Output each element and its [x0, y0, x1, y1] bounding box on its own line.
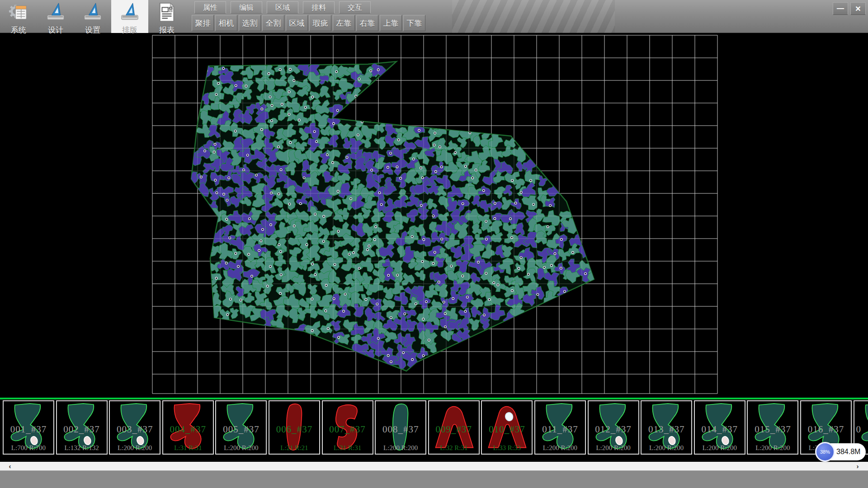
tool-align-bottom[interactable]: 下靠 [403, 15, 425, 31]
piece-lr-label: L:700 R:700 [4, 444, 53, 452]
piece-id-label: 005_#37 [216, 424, 266, 435]
horizontal-scrollbar[interactable]: ‹ › [0, 462, 868, 470]
piece-id-label: 007_#37 [323, 424, 373, 435]
piece-thumbnail[interactable]: 008_#37L:200 R:200 [375, 400, 426, 455]
piece-id-label: 0 [854, 424, 868, 435]
piece-lr-label: L:21 R:21 [269, 444, 319, 452]
nesting-canvas[interactable] [0, 33, 868, 398]
ruler-icon [45, 2, 66, 24]
tool-region[interactable]: 区域 [286, 15, 308, 31]
piece-thumbnail[interactable]: 012_#37L:200 R:200 [588, 400, 639, 455]
piece-lr-label: L:31 R:31 [323, 444, 373, 452]
piece-id-label: 004_#37 [163, 424, 213, 435]
piece-lr-label: L:200 R:200 [535, 444, 585, 452]
memory-usage-badge[interactable]: 38% 384.8M [816, 443, 866, 460]
menu-region[interactable]: 区域 [267, 1, 298, 14]
toolbar-label: 系统 [11, 25, 26, 35]
piece-id-label: 003_#37 [110, 424, 160, 435]
window-controls: — ✕ [833, 2, 866, 15]
tool-strip: 聚排相机选割全割区域瑕疵左靠右靠上靠下靠 [192, 15, 425, 31]
piece-lr-label: L:200 R:200 [589, 444, 638, 452]
tool-camera[interactable]: 相机 [215, 15, 237, 31]
piece-id-label: 013_#37 [642, 424, 691, 435]
piece-id-label: 014_#37 [695, 424, 745, 435]
menu-bar: 属性编辑区域排料交互 [194, 1, 371, 14]
ruler-icon [82, 2, 103, 24]
piece-thumbnail[interactable]: 003_#37L:200 R:200 [109, 400, 160, 455]
menu-nesting[interactable]: 排料 [303, 1, 335, 14]
tool-align-left[interactable]: 左靠 [333, 15, 355, 31]
menu-interact[interactable]: 交互 [339, 1, 371, 14]
toolbar-design[interactable]: 设计 [37, 0, 74, 33]
report-icon [156, 2, 177, 24]
toolbar-label: 设计 [48, 25, 63, 35]
piece-thumbnail[interactable]: 009_#37L:32 R:31 [428, 400, 480, 455]
cpu-percent-indicator: 38% [815, 442, 835, 462]
tool-cluster-nest[interactable]: 聚排 [192, 15, 214, 31]
piece-thumbnail[interactable]: 013_#37L:200 R:200 [641, 400, 692, 455]
piece-id-label: 011_#37 [535, 424, 585, 435]
piece-thumbnail[interactable]: 002_#37L:132 R:132 [56, 400, 108, 455]
tool-align-right[interactable]: 右靠 [356, 15, 378, 31]
piece-id-label: 009_#37 [429, 424, 479, 435]
toolbar-system[interactable]: 系统 [0, 0, 37, 33]
piece-id-label: 001_#37 [4, 424, 53, 435]
toolbar-label: 设置 [85, 25, 100, 35]
piece-lr-label: L:200 R:200 [642, 444, 691, 452]
tool-cut-all[interactable]: 全割 [262, 15, 284, 31]
toolbar-label: 排版 [122, 25, 137, 35]
piece-lr-label: L:132 R:132 [57, 444, 107, 452]
piece-id-label: 010_#37 [482, 424, 532, 435]
piece-id-label: 016_#37 [801, 424, 851, 435]
toolbar-layout[interactable]: 排版 [111, 0, 148, 33]
piece-lr-label: L:200 R:200 [376, 444, 425, 452]
piece-id-label: 015_#37 [748, 424, 797, 435]
title-bar: 系统设计设置排版报表 属性编辑区域排料交互 聚排相机选割全割区域瑕疵左靠右靠上靠… [0, 0, 868, 33]
piece-thumbnail[interactable]: 007_#37L:31 R:31 [322, 400, 373, 455]
piece-thumbnail[interactable]: 010_#37L:33 R:33 [481, 400, 533, 455]
memory-value: 384.8M [836, 448, 860, 456]
toolbar-label: 报表 [159, 25, 175, 35]
piece-lr-label: L:32 R:31 [429, 444, 479, 452]
titlebar-decoration [452, 0, 615, 33]
piece-lr-label: L:200 R:200 [110, 444, 160, 452]
piece-thumbnail-strip: 001_#37L:700 R:700 002_#37L:132 R:132 00… [0, 398, 868, 456]
piece-thumbnail[interactable]: 004_#37L:31 R:31 [162, 400, 214, 455]
menu-properties[interactable]: 属性 [194, 1, 226, 14]
piece-thumbnail[interactable]: 005_#37L:200 R:200 [215, 400, 267, 455]
piece-id-label: 006_#37 [269, 424, 319, 435]
piece-lr-label: L:200 R:200 [748, 444, 797, 452]
system-icon [8, 2, 29, 24]
menu-edit[interactable]: 编辑 [231, 1, 262, 14]
tool-select-cut[interactable]: 选割 [239, 15, 261, 31]
piece-id-label: 012_#37 [589, 424, 638, 435]
close-button[interactable]: ✕ [850, 2, 866, 15]
piece-thumbnail[interactable]: 011_#37L:200 R:200 [534, 400, 586, 455]
scroll-right-arrow-icon[interactable]: › [851, 462, 864, 470]
piece-lr-label: L:200 R:200 [695, 444, 745, 452]
piece-lr-label: L:200 R:200 [216, 444, 266, 452]
status-bar [0, 470, 868, 488]
piece-thumbnail[interactable]: 015_#37L:200 R:200 [747, 400, 798, 455]
piece-lr-label: L:31 R:31 [163, 444, 213, 452]
toolbar-report[interactable]: 报表 [148, 0, 185, 33]
piece-id-label: 002_#37 [57, 424, 107, 435]
tool-align-top[interactable]: 上靠 [380, 15, 402, 31]
piece-thumbnail[interactable]: 006_#37L:21 R:21 [269, 400, 320, 455]
scroll-left-arrow-icon[interactable]: ‹ [0, 462, 20, 470]
piece-id-label: 008_#37 [376, 424, 425, 435]
minimize-button[interactable]: — [833, 2, 848, 15]
toolbar-settings[interactable]: 设置 [74, 0, 111, 33]
tool-defect[interactable]: 瑕疵 [309, 15, 331, 31]
piece-thumbnail[interactable]: 014_#37L:200 R:200 [694, 400, 745, 455]
piece-thumbnail[interactable]: 001_#37L:700 R:700 [3, 400, 54, 455]
piece-lr-label: L:33 R:33 [482, 444, 532, 452]
ruler-icon [119, 2, 140, 24]
